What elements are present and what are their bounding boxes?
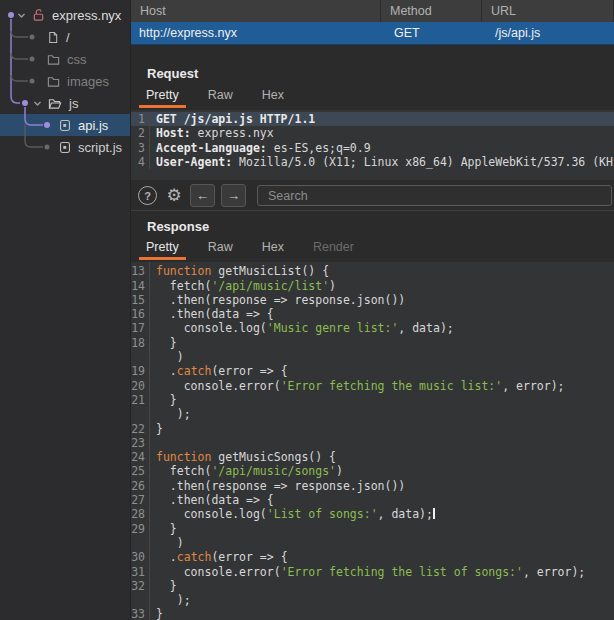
code-line[interactable]: 27 .then(data => { <box>131 493 614 507</box>
code-line[interactable]: 1GET /js/api.js HTTP/1.1 <box>131 112 614 126</box>
code-line[interactable]: 15 .then(response => response.json()) <box>131 293 614 307</box>
line-number: 15 <box>131 293 150 307</box>
code-text: } <box>150 607 163 620</box>
search-input[interactable] <box>258 189 611 203</box>
line-number: 19 <box>131 364 150 378</box>
code-text: console.error('Error fetching the list o… <box>150 565 585 579</box>
code-line[interactable]: 33} <box>131 607 614 620</box>
column-header-url[interactable]: URL <box>482 0 614 22</box>
tree-item-js[interactable]: js <box>0 92 130 114</box>
response-tab-pretty[interactable]: Pretty <box>139 238 186 260</box>
line-number: 14 <box>131 279 150 293</box>
code-text: Accept-Language: es-ES,es;q=0.9 <box>150 141 371 155</box>
forward-arrow-icon: → <box>227 188 240 203</box>
tree-item-css[interactable]: css <box>0 48 130 70</box>
line-number <box>131 407 150 421</box>
code-file-icon <box>59 119 71 132</box>
search-box <box>257 185 612 206</box>
code-line[interactable]: 14 fetch('/api/music/list') <box>131 279 614 293</box>
tree-item-label: script.js <box>78 140 122 155</box>
line-number: 18 <box>131 336 150 350</box>
code-line[interactable]: 30 .catch(error => { <box>131 550 614 564</box>
code-line[interactable]: 26 .then(response => response.json()) <box>131 479 614 493</box>
request-tab-hex[interactable]: Hex <box>255 86 291 108</box>
code-line[interactable]: 31 console.error('Error fetching the lis… <box>131 565 614 579</box>
code-line[interactable]: ) <box>131 350 614 364</box>
request-tabs: PrettyRawHex <box>139 86 306 108</box>
chevron-down-icon[interactable] <box>17 11 26 20</box>
main-panel: HostMethodURL http://express.nyxGET/js/a… <box>131 0 614 620</box>
tree-item-script.js[interactable]: script.js <box>0 136 130 158</box>
back-arrow-icon: ← <box>196 188 209 203</box>
code-text: Host: express.nyx <box>150 126 274 140</box>
tree-item-label: / <box>66 30 70 45</box>
line-number: 31 <box>131 565 150 579</box>
code-line[interactable]: 29 } <box>131 522 614 536</box>
next-match-button[interactable]: → <box>221 184 246 207</box>
previous-match-button[interactable]: ← <box>190 184 215 207</box>
sitemap-sidebar: express.nyx/cssimagesjsapi.jsscript.js <box>0 0 131 620</box>
code-line[interactable]: 13function getMusicList() { <box>131 264 614 278</box>
column-header-method[interactable]: Method <box>381 0 482 22</box>
code-text: function getMusicSongs() { <box>150 450 336 464</box>
code-text: .then(data => { <box>150 307 274 321</box>
settings-gear-icon[interactable]: ⚙ <box>164 185 184 206</box>
code-text: } <box>150 422 163 436</box>
code-line[interactable]: 17 console.log('Music genre list:', data… <box>131 321 614 335</box>
line-number: 1 <box>131 112 150 126</box>
code-line[interactable]: 3Accept-Language: es-ES,es;q=0.9 <box>131 141 614 155</box>
request-editor[interactable]: 1GET /js/api.js HTTP/1.12Host: express.n… <box>131 110 614 180</box>
code-line[interactable]: 18 } <box>131 336 614 350</box>
history-table-selected-row[interactable]: http://express.nyxGET/js/api.js <box>131 22 614 45</box>
column-header-host[interactable]: Host <box>131 0 381 22</box>
code-text: User-Agent: Mozilla/5.0 (X11; Linux x86_… <box>150 155 613 169</box>
tree-item-api.js[interactable]: api.js <box>0 114 130 136</box>
code-line[interactable]: 25 fetch('/api/music/songs') <box>131 464 614 478</box>
history-table-header: HostMethodURL <box>131 0 614 22</box>
code-line[interactable]: 28 console.log('List of songs:', data); <box>131 507 614 521</box>
response-title: Response <box>147 219 209 234</box>
code-line[interactable]: 24function getMusicSongs() { <box>131 450 614 464</box>
code-line[interactable]: 32 } <box>131 579 614 593</box>
tree-item-label: js <box>69 96 78 111</box>
tree-item-label: css <box>67 52 87 67</box>
page-icon <box>47 31 59 44</box>
code-text: .catch(error => { <box>150 364 288 378</box>
code-text: } <box>150 336 177 350</box>
code-line[interactable]: 22} <box>131 422 614 436</box>
line-number: 17 <box>131 321 150 335</box>
request-tab-raw[interactable]: Raw <box>201 86 240 108</box>
editor-toolbar: ? ⚙ ← → <box>131 180 614 211</box>
code-line[interactable]: 16 .then(data => { <box>131 307 614 321</box>
help-icon[interactable]: ? <box>138 186 157 205</box>
tree-item-label: express.nyx <box>52 8 121 23</box>
code-line[interactable]: ) <box>131 536 614 550</box>
line-number: 26 <box>131 479 150 493</box>
code-line[interactable]: 19 .catch(error => { <box>131 364 614 378</box>
tree-item-[interactable]: / <box>0 26 130 48</box>
lock-open-icon <box>32 8 45 22</box>
row-cell-url: /js/api.js <box>482 22 614 44</box>
line-number: 24 <box>131 450 150 464</box>
code-text: } <box>150 393 177 407</box>
line-number: 30 <box>131 550 150 564</box>
response-tab-hex[interactable]: Hex <box>255 238 291 260</box>
code-line[interactable]: 23 <box>131 436 614 450</box>
code-text: function getMusicList() { <box>150 264 329 278</box>
code-text <box>150 436 156 450</box>
code-text: console.log('List of songs:', data); <box>150 507 435 521</box>
tree-item-express.nyx[interactable]: express.nyx <box>0 4 130 26</box>
chevron-down-icon[interactable] <box>33 99 42 108</box>
code-line[interactable]: ); <box>131 407 614 421</box>
request-tab-pretty[interactable]: Pretty <box>139 86 186 108</box>
code-line[interactable]: 4User-Agent: Mozilla/5.0 (X11; Linux x86… <box>131 155 614 169</box>
response-tab-raw[interactable]: Raw <box>201 238 240 260</box>
code-line[interactable]: 2Host: express.nyx <box>131 126 614 140</box>
tree-item-images[interactable]: images <box>0 70 130 92</box>
code-text: } <box>150 522 177 536</box>
code-line[interactable]: ); <box>131 593 614 607</box>
code-line[interactable]: 21 } <box>131 393 614 407</box>
line-number: 22 <box>131 422 150 436</box>
response-editor[interactable]: 1213function getMusicList() {14 fetch('/… <box>131 262 614 620</box>
code-line[interactable]: 20 console.error('Error fetching the mus… <box>131 379 614 393</box>
